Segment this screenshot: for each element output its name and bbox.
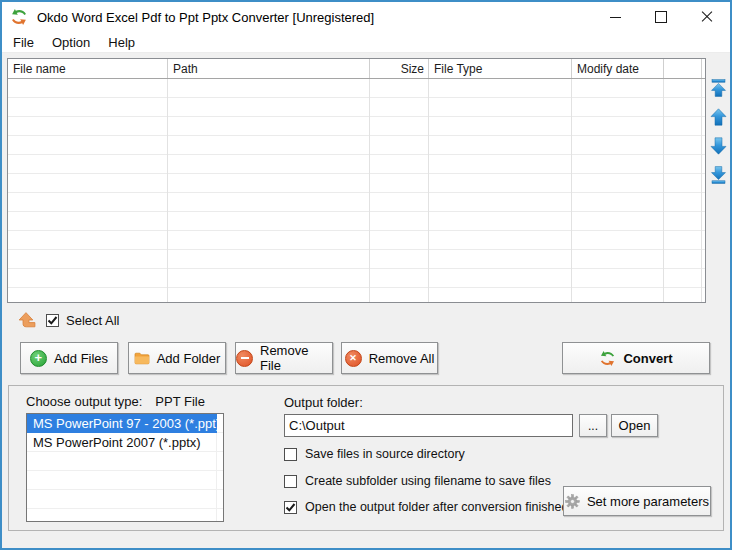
add-files-button[interactable]: Add Files xyxy=(20,342,118,374)
x-circle-icon xyxy=(345,350,362,367)
remove-all-label: Remove All xyxy=(369,351,435,366)
titlebar: Okdo Word Excel Pdf to Ppt Pptx Converte… xyxy=(2,2,730,32)
add-files-label: Add Files xyxy=(54,351,108,366)
option-save-source-checkbox[interactable]: Save files in source directory xyxy=(284,447,465,461)
output-type-value: PPT File xyxy=(155,394,205,409)
app-icon xyxy=(10,8,28,26)
file-table: File name Path Size File Type Modify dat… xyxy=(7,58,706,303)
table-header: File name Path Size File Type Modify dat… xyxy=(8,59,705,79)
add-folder-button[interactable]: Add Folder xyxy=(128,342,226,374)
column-divider xyxy=(663,79,664,302)
remove-file-label: Remove File xyxy=(260,343,332,373)
choose-output-type-row: Choose output type: PPT File xyxy=(26,394,205,409)
column-divider xyxy=(167,79,168,302)
move-up-icon xyxy=(710,108,727,126)
menu-item-file[interactable]: File xyxy=(4,33,43,52)
gear-icon xyxy=(565,494,580,509)
option-open-folder-label: Open the output folder after conversion … xyxy=(305,500,568,514)
option-create-subfolder-label: Create subfolder using filename to save … xyxy=(305,474,551,488)
option-create-subfolder-checkbox[interactable]: Create subfolder using filename to save … xyxy=(284,474,551,488)
column-divider xyxy=(701,79,702,302)
window-controls xyxy=(592,2,730,32)
option-create-subfolder-box xyxy=(284,475,297,488)
column-header-file-name[interactable]: File name xyxy=(8,59,168,78)
option-save-source-box xyxy=(284,448,297,461)
column-header-modify-date[interactable]: Modify date xyxy=(572,59,664,78)
add-folder-label: Add Folder xyxy=(157,351,221,366)
option-open-folder-checkbox[interactable]: Open the output folder after conversion … xyxy=(284,500,568,514)
choose-output-type-label: Choose output type: xyxy=(26,394,142,409)
open-button[interactable]: Open xyxy=(611,414,658,437)
remove-file-button[interactable]: Remove File xyxy=(235,342,333,374)
move-down-icon xyxy=(710,137,727,155)
column-divider xyxy=(428,79,429,302)
maximize-icon xyxy=(655,11,667,23)
column-divider xyxy=(571,79,572,302)
convert-label: Convert xyxy=(623,351,672,366)
move-up-button[interactable] xyxy=(710,108,727,126)
option-save-source-label: Save files in source directory xyxy=(305,447,465,461)
table-body[interactable] xyxy=(8,79,705,302)
set-more-parameters-label: Set more parameters xyxy=(587,494,709,509)
format-listbox: MS PowerPoint 97 - 2003 (*.ppt) MS Power… xyxy=(26,413,224,522)
column-divider xyxy=(369,79,370,302)
select-all-checkbox[interactable]: Select All xyxy=(46,313,119,328)
set-more-parameters-button[interactable]: Set more parameters xyxy=(563,486,711,516)
select-all-label: Select All xyxy=(66,313,119,328)
browse-button[interactable]: ... xyxy=(579,414,607,437)
maximize-button[interactable] xyxy=(638,2,684,32)
minimize-button[interactable] xyxy=(592,2,638,32)
menubar: File Option Help xyxy=(2,32,730,53)
move-to-top-icon xyxy=(710,79,727,97)
close-icon xyxy=(701,11,713,23)
move-to-bottom-button[interactable] xyxy=(710,166,727,184)
format-option-ppt[interactable]: MS PowerPoint 97 - 2003 (*.ppt) xyxy=(27,414,217,433)
select-all-checkbox-box xyxy=(46,314,59,327)
column-header-file-type[interactable]: File Type xyxy=(429,59,572,78)
menu-item-option[interactable]: Option xyxy=(43,33,99,52)
column-header-size[interactable]: Size xyxy=(370,59,429,78)
option-open-folder-box xyxy=(284,501,297,514)
browse-label: ... xyxy=(588,419,598,433)
format-option-pptx[interactable]: MS PowerPoint 2007 (*.pptx) xyxy=(27,433,223,452)
reorder-arrows xyxy=(709,79,727,184)
output-panel: Choose output type: PPT File MS PowerPoi… xyxy=(8,385,724,531)
window-title: Okdo Word Excel Pdf to Ppt Pptx Converte… xyxy=(37,10,374,25)
menu-item-help[interactable]: Help xyxy=(99,33,144,52)
column-header-path[interactable]: Path xyxy=(168,59,370,78)
minus-icon xyxy=(236,350,253,367)
output-folder-label: Output folder: xyxy=(284,395,363,410)
plus-icon xyxy=(30,350,47,367)
up-level-button[interactable] xyxy=(16,310,37,331)
move-to-top-button[interactable] xyxy=(710,79,727,97)
app-window: Okdo Word Excel Pdf to Ppt Pptx Converte… xyxy=(0,0,732,550)
remove-all-button[interactable]: Remove All xyxy=(341,342,438,374)
convert-icon xyxy=(599,350,616,367)
column-header-blank[interactable] xyxy=(664,59,702,78)
output-folder-input[interactable] xyxy=(284,414,573,437)
convert-button[interactable]: Convert xyxy=(562,342,710,374)
up-level-arrow-icon xyxy=(16,310,37,331)
move-down-button[interactable] xyxy=(710,137,727,155)
open-label: Open xyxy=(619,418,651,433)
folder-icon xyxy=(134,351,150,365)
move-to-bottom-icon xyxy=(710,166,727,184)
minimize-icon xyxy=(610,17,621,18)
close-button[interactable] xyxy=(684,2,730,32)
